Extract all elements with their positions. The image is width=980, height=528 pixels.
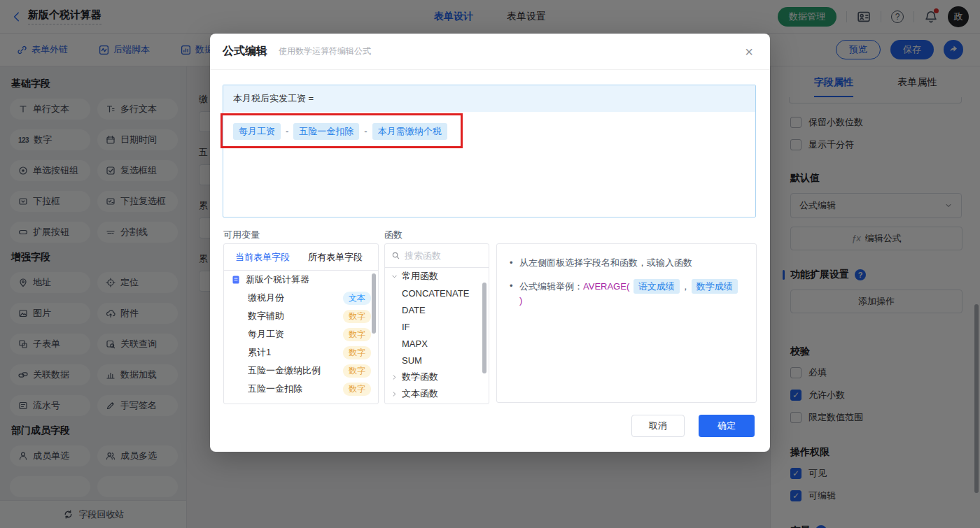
- close-icon[interactable]: ×: [741, 45, 757, 59]
- variable-row[interactable]: 累计1 数字: [224, 343, 378, 362]
- variables-tabs: 当前表单字段 所有表单字段: [224, 244, 378, 271]
- type-badge-number: 数字: [343, 328, 371, 341]
- function-group-math[interactable]: 数学函数: [385, 369, 489, 385]
- type-badge-text: 文本: [343, 292, 371, 305]
- variable-row[interactable]: 数字辅助 数字: [224, 307, 378, 325]
- variables-panel: 当前表单字段 所有表单字段 新版个税计算器 缴税月份 文本 数字辅助 数字 每月…: [223, 243, 379, 404]
- example-comma: ，: [681, 281, 690, 292]
- formula-token-monthly-tax[interactable]: 本月需缴纳个税: [372, 123, 447, 140]
- formula-edit-modal: 公式编辑 使用数学运算符编辑公式 × 本月税后实发工资 = 每月工资-五险一金扣…: [210, 34, 770, 452]
- search-icon: [391, 251, 400, 260]
- minus-operator: -: [286, 126, 288, 136]
- function-item-mapx[interactable]: MAPX: [385, 335, 489, 352]
- function-item-if[interactable]: IF: [385, 318, 489, 335]
- functions-label: 函数: [384, 229, 402, 241]
- variable-name: 五险一金缴纳比例: [248, 364, 338, 377]
- group-label: 常用函数: [402, 270, 438, 283]
- help-tip-2: 公式编辑举例：AVERAGE( 语文成绩，数学成绩 ): [510, 279, 743, 308]
- type-badge-number: 数字: [343, 383, 371, 396]
- function-item-date[interactable]: DATE: [385, 301, 489, 318]
- variable-tree-root[interactable]: 新版个税计算器: [224, 271, 378, 289]
- help-tip-1: 从左侧面板选择字段名和函数，或输入函数: [510, 256, 743, 270]
- minus-operator: -: [364, 126, 367, 136]
- variable-name: 数字辅助: [248, 310, 338, 322]
- modal-title: 公式编辑: [223, 44, 267, 59]
- type-badge-number: 数字: [343, 364, 371, 378]
- formula-target-label: 本月税后实发工资 =: [233, 92, 314, 105]
- formula-token-insurance-deduction[interactable]: 五险一金扣除: [293, 123, 359, 140]
- example-close-paren: ): [519, 295, 522, 306]
- cancel-button[interactable]: 取消: [631, 415, 685, 437]
- example-function-name: AVERAGE(: [583, 281, 629, 292]
- formula-target-row: 本月税后实发工资 =: [223, 85, 755, 112]
- function-search: [385, 244, 489, 268]
- modal-subtitle: 使用数学运算符编辑公式: [279, 45, 371, 57]
- function-group-text[interactable]: 文本函数: [385, 385, 489, 402]
- modal-footer: 取消 确定: [631, 415, 755, 437]
- tab-current-form-fields[interactable]: 当前表单字段: [235, 251, 290, 264]
- variable-row[interactable]: 五险一金缴纳比例 数字: [224, 362, 378, 380]
- variable-root-label: 新版个税计算器: [246, 273, 371, 286]
- confirm-button[interactable]: 确定: [699, 415, 755, 437]
- tab-all-form-fields[interactable]: 所有表单字段: [308, 251, 363, 264]
- variable-row[interactable]: 五险一金扣除 数字: [224, 380, 378, 398]
- chevron-down-icon: [391, 273, 398, 280]
- variable-name: 累计1: [248, 346, 338, 359]
- variable-name: 五险一金扣除: [248, 383, 338, 395]
- formula-editor[interactable]: 本月税后实发工资 = 每月工资-五险一金扣除-本月需缴纳个税: [223, 85, 756, 217]
- chevron-right-icon: [391, 373, 398, 381]
- type-badge-number: 数字: [343, 346, 371, 359]
- variable-name: 每月工资: [248, 328, 338, 341]
- type-badge-number: 数字: [343, 310, 371, 323]
- formula-input-area[interactable]: 每月工资-五险一金扣除-本月需缴纳个税: [223, 112, 755, 151]
- form-doc-icon: [231, 275, 241, 285]
- example-prefix: 公式编辑举例：: [519, 281, 583, 292]
- variable-row[interactable]: 每月工资 数字: [224, 325, 378, 343]
- example-arg-chip: 语文成绩: [634, 279, 680, 294]
- variable-row[interactable]: 缴税月份 文本: [224, 289, 378, 307]
- functions-panel: 常用函数 CONCATENATE DATE IF MAPX SUM 数学函数 文…: [384, 243, 489, 404]
- scrollbar-thumb[interactable]: [482, 283, 486, 373]
- scrollbar-thumb[interactable]: [372, 273, 376, 334]
- function-search-input[interactable]: [405, 250, 482, 261]
- chevron-right-icon: [391, 390, 398, 398]
- example-arg-chip: 数学成绩: [692, 279, 738, 294]
- function-group-common[interactable]: 常用函数: [385, 268, 489, 285]
- variable-name: 缴税月份: [248, 292, 338, 304]
- group-label: 文本函数: [402, 387, 438, 400]
- function-item-sum[interactable]: SUM: [385, 352, 489, 369]
- formula-help-panel: 从左侧面板选择字段名和函数，或输入函数 公式编辑举例：AVERAGE( 语文成绩…: [496, 243, 757, 403]
- variables-label: 可用变量: [223, 229, 260, 241]
- function-item-concatenate[interactable]: CONCATENATE: [385, 285, 489, 301]
- modal-header: 公式编辑 使用数学运算符编辑公式 ×: [210, 34, 770, 70]
- formula-token-monthly-salary[interactable]: 每月工资: [233, 123, 281, 140]
- group-label: 数学函数: [402, 371, 438, 383]
